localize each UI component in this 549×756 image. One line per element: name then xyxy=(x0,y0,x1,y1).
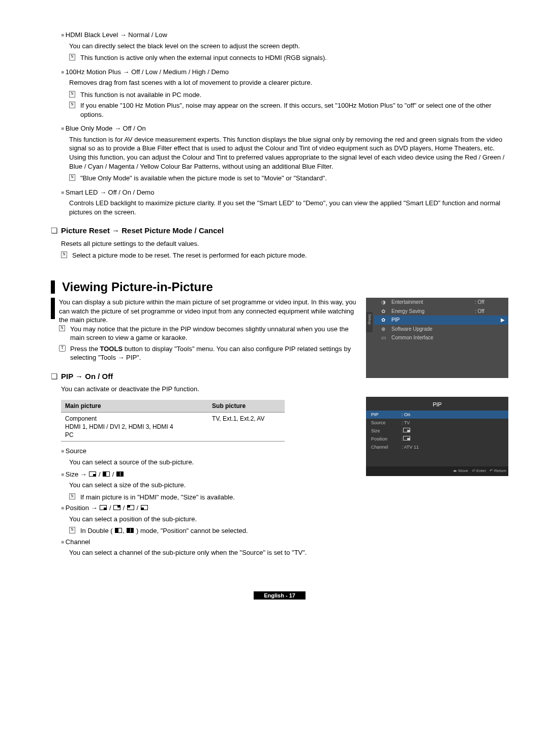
hdmi-black-level-item: HDMI Black Level → Normal / Low xyxy=(61,30,508,40)
osd-pip-selected: ✿PIP▶ xyxy=(374,316,508,325)
motion-plus-note2: If you enable "100 Hz Motion Plus", nois… xyxy=(69,101,508,119)
setup2-icon: ✿ xyxy=(377,317,389,324)
osd-pos-icon xyxy=(403,436,410,440)
hdmi-desc: You can directly select the black level … xyxy=(69,42,508,51)
hdmi-note: This function is active only when the ex… xyxy=(69,53,508,62)
position-desc: You can select a position of the sub-pic… xyxy=(69,515,356,524)
motion-plus-desc: Removes drag from fast scenes with a lot… xyxy=(69,78,508,87)
source-desc: You can select a source of the sub-pictu… xyxy=(69,458,356,467)
channel-desc: You can select a channel of the sub-pict… xyxy=(69,548,356,557)
osd-pip-menu: PIP PIP: On Source: TV Size: Position: C… xyxy=(366,397,508,476)
pos-tl-icon xyxy=(127,505,134,510)
size-item: Size → / / xyxy=(61,470,356,479)
channel-item: Channel xyxy=(61,538,356,547)
picture-reset-desc: Resets all picture settings to the defau… xyxy=(61,239,508,248)
pip-intro: You can display a sub picture within the… xyxy=(59,298,361,325)
motion-plus-note1: This function is not available in PC mod… xyxy=(69,90,508,100)
blue-only-note: "Blue Only Mode" is available when the p… xyxy=(69,174,508,183)
table-sub-picture: TV, Ext.1, Ext.2, AV xyxy=(208,412,285,442)
pos-bl-icon xyxy=(141,505,148,510)
smart-led-desc: Controls LED backlight to maximize pictu… xyxy=(69,199,508,216)
arrow-right-icon: ▶ xyxy=(500,317,505,324)
pip-note: You may notice that the picture in the P… xyxy=(59,325,361,342)
source-item: Source xyxy=(61,447,356,456)
position-note: In Double ( , ) mode, "Position" cannot … xyxy=(69,526,356,536)
blue-only-item: Blue Only Mode → Off / On xyxy=(61,124,508,133)
osd-size-icon xyxy=(403,428,410,432)
osd-setup-menu: Setup ◑Entertainment: Off ✿Energy Saving… xyxy=(366,298,508,378)
move-hint: ◂▸ Move xyxy=(453,468,468,473)
return-hint: ↶ Return xyxy=(490,468,506,473)
pos-br-icon xyxy=(100,505,107,510)
pip-table: Main pictureSub picture Component HDMI 1… xyxy=(61,400,285,442)
pip-section-title: Viewing Picture-in-Picture xyxy=(51,280,508,294)
osd-pip-row: PIP: On xyxy=(366,411,508,419)
pip-onoff-desc: You can activate or deactivate the PIP f… xyxy=(61,385,361,394)
pip-tools-note: Press the TOOLS button to display "Tools… xyxy=(59,344,361,362)
input-icon: ▭ xyxy=(377,334,389,341)
pip-onoff-heading: PIP → On / Off xyxy=(51,371,361,382)
setup-icon: ◑ xyxy=(377,299,389,306)
motion-plus-item: 100Hz Motion Plus → Off / Low / Medium /… xyxy=(61,68,508,77)
antenna-icon: ⊕ xyxy=(377,326,389,333)
double-icon1 xyxy=(115,528,122,533)
size-split-icon xyxy=(116,471,124,477)
blue-only-desc: This function is for AV device measureme… xyxy=(69,135,508,171)
size-small-icon xyxy=(89,471,96,477)
pos-tr-icon xyxy=(113,505,120,510)
enter-hint: ⏎ Enter xyxy=(472,468,486,473)
gear-icon: ✿ xyxy=(377,308,389,315)
smart-led-item: Smart LED → Off / On / Demo xyxy=(61,188,508,197)
size-desc: You can select a size of the sub-picture… xyxy=(69,481,356,490)
double-icon2 xyxy=(127,528,134,533)
page-footer: English - 17 xyxy=(51,591,508,600)
size-half-icon xyxy=(103,471,110,477)
picture-reset-note: Select a picture mode to be reset. The r… xyxy=(61,251,508,260)
position-item: Position → / / / xyxy=(61,503,356,513)
size-note: If main picture is in "HDMI" mode, "Size… xyxy=(69,493,356,502)
picture-reset-heading: Picture Reset → Reset Picture Mode / Can… xyxy=(51,226,508,236)
table-main-picture: Component HDMI 1, HDMI / DVI 2, HDMI 3, … xyxy=(61,412,208,442)
